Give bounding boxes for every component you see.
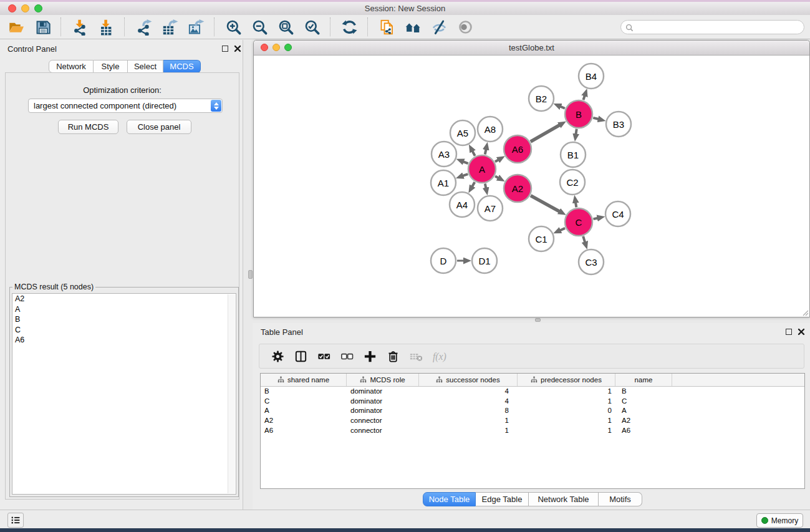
graph-edge-C-C3[interactable] <box>583 236 585 243</box>
graph-node-A7[interactable]: A7 <box>478 196 503 221</box>
table-cell[interactable]: C <box>615 397 672 407</box>
tab-node-table[interactable]: Node Table <box>423 492 476 506</box>
table-cell[interactable]: dominator <box>347 387 419 397</box>
graph-node-A8[interactable]: A8 <box>478 117 503 142</box>
run-mcds-button[interactable]: Run MCDS <box>58 120 118 134</box>
table-cell[interactable]: A <box>261 406 347 416</box>
table-row[interactable]: A6connector11A6 <box>261 426 804 436</box>
table-cell[interactable]: A6 <box>615 426 672 436</box>
graph-edge-B-B4[interactable] <box>583 95 584 100</box>
network-view-window[interactable]: testGlobe.txt AA1A2A3A4A5A6A7A8BB1B2B3B4… <box>253 40 810 317</box>
table-cell[interactable]: 4 <box>419 397 518 407</box>
table-close-icon[interactable] <box>798 328 805 336</box>
table-cell[interactable]: connector <box>347 416 419 426</box>
graph-node-D[interactable]: D <box>431 248 456 273</box>
table-cell[interactable]: A <box>615 406 672 416</box>
graph-node-A1[interactable]: A1 <box>431 170 456 195</box>
graph-node-B3[interactable]: B3 <box>606 112 631 137</box>
graph-edge-A-A1[interactable] <box>463 174 468 176</box>
tab-edge-table[interactable]: Edge Table <box>476 492 529 506</box>
table-cell[interactable]: 1 <box>518 416 615 426</box>
table-cell[interactable]: 1 <box>419 426 518 436</box>
mcds-result-item[interactable]: A6 <box>12 335 236 346</box>
table-float-icon[interactable] <box>786 329 792 335</box>
graph-node-B[interactable]: B <box>565 100 592 128</box>
tab-select[interactable]: Select <box>128 60 163 73</box>
table-cell[interactable]: 1 <box>518 426 615 436</box>
graph-edge-A-A3[interactable] <box>463 162 468 163</box>
network-canvas[interactable]: AA1A2A3A4A5A6A7A8BB1B2B3B4CC1C2C3C4DD1 <box>254 56 809 317</box>
add-column-button[interactable] <box>360 347 379 365</box>
close-panel-icon[interactable] <box>234 45 241 52</box>
export-image-button[interactable] <box>184 16 208 37</box>
network-window-titlebar[interactable]: testGlobe.txt <box>254 41 809 56</box>
table-cell[interactable]: B <box>261 387 347 397</box>
graph-node-A2[interactable]: A2 <box>504 175 531 202</box>
list-scrollbar[interactable] <box>228 294 235 493</box>
task-history-button[interactable] <box>7 513 24 528</box>
table-cell[interactable]: 1 <box>518 397 615 407</box>
window-resize-grip[interactable] <box>801 309 809 316</box>
graph-node-C4[interactable]: C4 <box>605 201 630 226</box>
graph-edge-A-A7[interactable] <box>485 184 486 188</box>
graph-edge-C-C2[interactable] <box>576 203 576 208</box>
zoom-selected-button[interactable] <box>300 16 324 37</box>
mcds-result-item[interactable]: C <box>12 325 236 336</box>
column-header-shared-name[interactable]: shared name <box>261 374 347 386</box>
hide-selected-button[interactable] <box>427 16 451 37</box>
table-cell[interactable]: dominator <box>347 406 419 416</box>
table-cell[interactable]: 1 <box>518 387 615 397</box>
graph-node-B4[interactable]: B4 <box>579 64 604 89</box>
graph-node-C[interactable]: C <box>565 208 592 236</box>
column-header-name[interactable]: name <box>615 374 672 386</box>
table-row[interactable]: A2connector11A2 <box>261 416 804 426</box>
table-cell[interactable]: A6 <box>261 426 347 436</box>
graph-node-A6[interactable]: A6 <box>504 135 531 163</box>
search-input[interactable] <box>620 20 804 34</box>
table-cell[interactable]: B <box>615 387 672 397</box>
select-all-button[interactable] <box>314 347 333 365</box>
desktop-horizontal-scrollbar[interactable] <box>535 318 541 322</box>
column-header-MCDS-role[interactable]: MCDS role <box>347 374 419 386</box>
tab-mcds[interactable]: MCDS <box>163 60 201 73</box>
graph-node-A[interactable]: A <box>468 155 496 183</box>
table-cell[interactable]: A2 <box>615 416 672 426</box>
refresh-button[interactable] <box>337 16 361 37</box>
desktop-vertical-scrollbar[interactable] <box>248 270 253 279</box>
graph-node-B2[interactable]: B2 <box>529 86 554 111</box>
mcds-result-item[interactable]: B <box>12 314 236 325</box>
graph-node-D1[interactable]: D1 <box>472 248 497 273</box>
mcds-result-item[interactable]: A <box>12 304 236 315</box>
graph-edge-C-C4[interactable] <box>594 218 598 219</box>
table-cell[interactable]: 4 <box>419 387 518 397</box>
import-table-button[interactable] <box>94 16 118 37</box>
graph-node-C3[interactable]: C3 <box>579 249 604 274</box>
zoom-in-button[interactable] <box>221 16 245 37</box>
graph-edge-A6-B[interactable] <box>531 125 560 142</box>
table-cell[interactable]: C <box>261 397 347 407</box>
import-network-button[interactable] <box>68 16 92 37</box>
table-options-button[interactable] <box>268 347 287 365</box>
column-header-successor-nodes[interactable]: successor nodes <box>419 374 518 386</box>
delete-column-button[interactable] <box>383 347 402 365</box>
table-cell[interactable]: 1 <box>419 416 518 426</box>
graph-edge-A-A6[interactable] <box>495 160 499 162</box>
graph-node-A4[interactable]: A4 <box>450 192 475 217</box>
table-cell[interactable]: connector <box>347 426 419 436</box>
graph-node-C2[interactable]: C2 <box>560 170 585 195</box>
table-cell[interactable]: 8 <box>419 406 518 416</box>
tab-network-table[interactable]: Network Table <box>529 492 599 506</box>
first-neighbors-button[interactable] <box>401 16 425 37</box>
table-row[interactable]: Bdominator41B <box>261 387 804 397</box>
graph-edge-B-B2[interactable] <box>560 107 564 109</box>
table-row[interactable]: Adominator80A <box>261 406 804 416</box>
open-session-button[interactable] <box>4 16 28 37</box>
zoom-fit-button[interactable] <box>274 16 297 37</box>
table-cell[interactable]: A2 <box>261 416 347 426</box>
graph-node-A5[interactable]: A5 <box>450 120 475 145</box>
table-row[interactable]: Cdominator41C <box>261 397 804 407</box>
export-network-button[interactable] <box>132 16 155 37</box>
graph-edge-B-B3[interactable] <box>593 118 599 119</box>
graph-edge-B-B1[interactable] <box>576 129 577 135</box>
tab-network[interactable]: Network <box>49 60 94 73</box>
